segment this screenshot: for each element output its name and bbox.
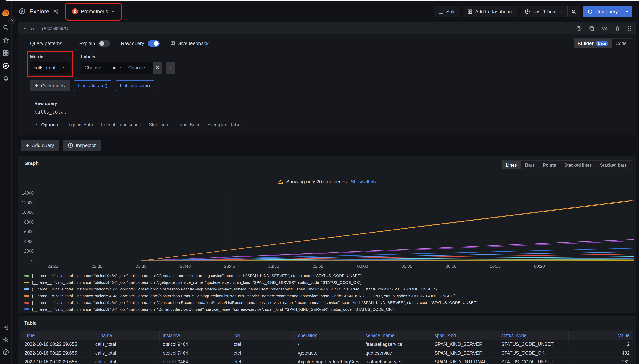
column-header-time[interactable]: Time	[21, 331, 92, 340]
column-header-name[interactable]: __name__	[92, 331, 160, 340]
graph-legend: {__name__="calls_total", instance="otelc…	[24, 272, 632, 313]
chevron-down-icon	[119, 66, 121, 70]
chevron-down-icon	[111, 9, 115, 14]
add-query-button[interactable]: +Add query	[21, 140, 59, 151]
metric-select[interactable]: calls_total	[30, 62, 70, 74]
alerting-bell-icon[interactable]	[0, 75, 12, 82]
sidebar-expand-button[interactable]: ›	[8, 16, 16, 24]
sign-in-icon[interactable]	[0, 324, 12, 330]
legend-item[interactable]: {__name__="calls_total", instance="otelc…	[24, 279, 632, 286]
table-cell: otelcol:9464	[160, 340, 230, 349]
starred-icon[interactable]	[0, 37, 12, 44]
legend-item[interactable]: {__name__="calls_total", instance="otelc…	[24, 292, 632, 299]
explore-icon-active[interactable]	[0, 62, 12, 69]
explain-label: Explain	[79, 40, 95, 46]
query-editor: A (Prometheus) Query patterns	[18, 22, 636, 135]
explain-toggle[interactable]	[98, 40, 110, 46]
give-feedback-button[interactable]: Give feedback	[170, 40, 208, 46]
options-toggle[interactable]: Options	[34, 122, 58, 128]
svg-text:2000: 2000	[24, 248, 34, 254]
table-cell: 2022-10-16 00:22:29.655	[21, 340, 92, 349]
labels-field: Labels Choose = Choose	[81, 54, 174, 74]
duplicate-query-icon[interactable]	[589, 26, 594, 31]
explore-actions: +Add query Inspector	[21, 140, 636, 151]
hint-add-rate-button[interactable]: hint: add rate()	[74, 80, 112, 91]
builder-mode-tab[interactable]: Builder Beta	[574, 39, 612, 48]
table-cell: otel	[230, 340, 294, 349]
raw-query-title: Raw query	[34, 101, 627, 106]
label-value-select[interactable]: Choose	[125, 62, 153, 74]
label-operator-select[interactable]: =	[110, 62, 125, 74]
table-cell: STATUS_CODE_OK	[498, 349, 568, 358]
column-header-job[interactable]: job	[230, 331, 294, 340]
graph-panel-title: Graph	[24, 160, 39, 166]
legend-item[interactable]: {__name__="calls_total", instance="otelc…	[24, 272, 632, 279]
graph-mode-points[interactable]: Points	[539, 161, 560, 169]
chevron-right-icon	[34, 123, 38, 127]
raw-query-toggle[interactable]	[148, 40, 160, 46]
grafana-logo[interactable]	[0, 8, 12, 18]
graph-mode-lines[interactable]: Lines	[502, 161, 521, 169]
query-patterns-dropdown[interactable]: Query patterns	[30, 40, 69, 46]
legend-swatch	[24, 282, 29, 284]
column-header-status-code[interactable]: status_code	[498, 331, 568, 340]
table-cell: quoteservice	[362, 349, 431, 358]
table-cell: /hipstershop.FeatureFlagServi…	[294, 358, 362, 364]
column-header-service-name[interactable]: service_name	[362, 331, 431, 340]
time-series-chart[interactable]: 23:2523:3023:3523:4023:4523:5023:5500:00…	[18, 191, 636, 272]
legend-item[interactable]: {__name__="calls_total", instance="otelc…	[24, 299, 632, 306]
search-icon[interactable]	[0, 24, 12, 31]
help-icon[interactable]	[0, 349, 12, 356]
svg-text:12000: 12000	[22, 200, 34, 205]
hide-query-eye-icon[interactable]	[602, 26, 608, 32]
table-cell: otel	[230, 358, 294, 364]
column-header-instance[interactable]: instance	[160, 331, 230, 340]
svg-text:0: 0	[31, 258, 34, 263]
svg-text:14000: 14000	[22, 191, 34, 196]
metric-field: Metric calls_total	[30, 54, 70, 74]
add-operation-button[interactable]: + Operations	[30, 80, 70, 91]
info-circle-icon	[68, 143, 73, 148]
share-icon[interactable]	[53, 8, 59, 15]
table-cell: 182	[568, 358, 633, 364]
graph-mode-stacked-bars[interactable]: Stacked bars	[596, 161, 631, 169]
legend-item[interactable]: {__name__="calls_total", instance="otelc…	[24, 306, 632, 313]
run-query-dropdown[interactable]	[622, 6, 632, 17]
legend-item[interactable]: {__name__="calls_total", instance="otelc…	[24, 286, 632, 292]
query-editor-body: Query patterns Explain Raw query Give fe…	[18, 34, 636, 135]
column-header-span-kind[interactable]: span_kind	[431, 331, 498, 340]
settings-gear-icon[interactable]	[0, 336, 12, 343]
dashboards-icon[interactable]	[0, 50, 12, 56]
legend-label: {__name__="calls_total", instance="otelc…	[32, 280, 362, 285]
query-ref-id[interactable]: A	[31, 26, 34, 32]
code-mode-tab[interactable]: Code	[612, 39, 630, 48]
query-help-icon[interactable]	[576, 26, 582, 31]
column-header-operation[interactable]: operation	[294, 331, 362, 340]
results-table: Time__name__instancejoboperationservice_…	[21, 331, 633, 364]
chevron-down-icon	[105, 66, 106, 70]
inspector-button[interactable]: Inspector	[63, 140, 101, 151]
table-cell: calls_total	[92, 340, 160, 349]
split-button[interactable]: Split	[434, 6, 460, 17]
drag-handle-icon[interactable]	[628, 26, 632, 32]
time-range-picker[interactable]: Last 1 hour	[521, 6, 567, 17]
delete-query-trash-icon[interactable]	[615, 26, 620, 31]
svg-text:23:25: 23:25	[47, 264, 58, 269]
svg-text:23:55: 23:55	[312, 264, 324, 269]
show-all-series-link[interactable]: Show all 55	[351, 179, 376, 184]
query-row-header[interactable]: A (Prometheus)	[18, 22, 636, 34]
svg-text:00:15: 00:15	[490, 264, 501, 269]
label-key-select[interactable]: Choose	[81, 62, 110, 74]
comment-icon	[170, 41, 175, 46]
explore-compass-icon	[19, 8, 26, 15]
add-to-dashboard-button[interactable]: Add to dashboard	[463, 6, 518, 17]
graph-mode-bars[interactable]: Bars	[521, 161, 539, 169]
datasource-picker[interactable]: Prometheus	[68, 6, 119, 18]
zoom-out-time-button[interactable]	[567, 6, 580, 17]
graph-mode-stacked-lines[interactable]: Stacked lines	[560, 161, 596, 169]
add-label-button[interactable]: +	[166, 62, 174, 74]
remove-label-button[interactable]: ✕	[153, 62, 162, 74]
column-header-value[interactable]: Value	[568, 331, 633, 340]
hint-add-sum-button[interactable]: hint: add sum()	[116, 80, 154, 91]
run-query-button[interactable]: Run query	[584, 6, 632, 17]
